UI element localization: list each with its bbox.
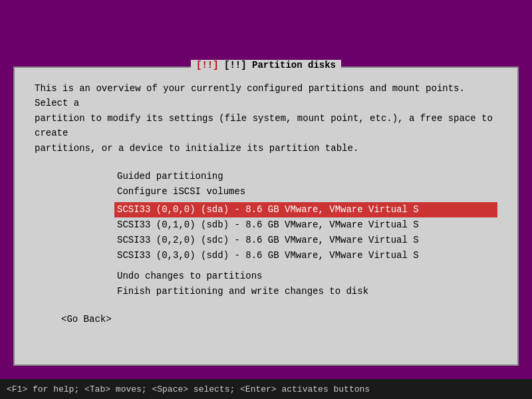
title-brackets: [!!] [196,60,219,70]
desc-line3: partitions, or a device to initialize it… [35,141,497,156]
status-text: <F1> for help; <Tab> moves; <Space> sele… [7,384,370,394]
dialog-content: This is an overview of your currently co… [15,68,517,340]
title-text: [!!] Partition disks [224,60,336,70]
menu-item-disk-2[interactable]: SCSI33 (0,2,0) (sdc) - 8.6 GB VMware, VM… [114,233,497,248]
menu-item-disk-1[interactable]: SCSI33 (0,1,0) (sdb) - 8.6 GB VMware, VM… [114,217,497,233]
desc-line2: partition to modify its settings (file s… [35,111,497,141]
menu-item-guided[interactable]: Guided partitioning [114,169,497,184]
menu-item-disk-3[interactable]: SCSI33 (0,3,0) (sdd) - 8.6 GB VMware, VM… [114,248,497,263]
dialog-title: [!!] [!!] Partition disks [191,60,341,70]
go-back-button[interactable]: <Go Back> [61,313,112,327]
partition-dialog: [!!] [!!] Partition disks This is an ove… [13,66,519,366]
menu-item-undo[interactable]: Undo changes to partitions [114,269,497,284]
menu-item-iscsi[interactable]: Configure iSCSI volumes [114,184,497,200]
description-text: This is an overview of your currently co… [35,81,497,156]
desc-line1: This is an overview of your currently co… [35,81,497,111]
status-bar: <F1> for help; <Tab> moves; <Space> sele… [0,379,532,399]
menu-item-disk-0[interactable]: SCSI33 (0,0,0) (sda) - 8.6 GB VMware, VM… [114,202,497,217]
menu-list: Guided partitioning Configure iSCSI volu… [114,169,497,299]
menu-item-finish[interactable]: Finish partitioning and write changes to… [114,284,497,299]
